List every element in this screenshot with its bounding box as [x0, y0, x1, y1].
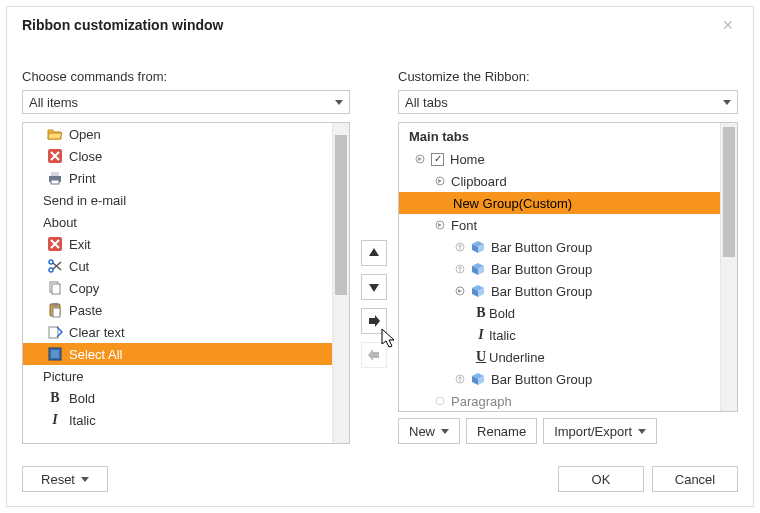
chevron-down-icon [441, 429, 449, 434]
arrow-buttons-panel [350, 45, 398, 444]
list-item[interactable]: IItalic [23, 409, 332, 431]
tree-node-bbg[interactable]: Bar Button Group [399, 280, 720, 302]
expander-icon[interactable] [433, 174, 447, 188]
clear-icon [47, 324, 63, 340]
paste-icon [47, 302, 63, 318]
close-red-icon [47, 236, 63, 252]
list-item[interactable]: BBold [23, 387, 332, 409]
ribbon-dropdown[interactable]: All tabs [398, 90, 738, 114]
ribbon-tree[interactable]: Main tabs Home Clipboard New Group(Custo… [398, 122, 738, 412]
tree-node-font[interactable]: Font [399, 214, 720, 236]
list-item[interactable]: Cut [23, 255, 332, 277]
list-item-label: Open [69, 127, 101, 142]
copy-icon [47, 280, 63, 296]
italic-icon: I [473, 327, 489, 343]
tree-node-bbg[interactable]: Bar Button Group [399, 258, 720, 280]
commands-listbox[interactable]: OpenClosePrintSend in e-mailAboutExitCut… [22, 122, 350, 444]
tree-label: Font [451, 218, 477, 233]
list-item-label: Italic [69, 413, 96, 428]
tree-label: Underline [489, 350, 545, 365]
list-group-header[interactable]: Send in e-mail [23, 189, 332, 211]
commands-dropdown[interactable]: All items [22, 90, 350, 114]
svg-rect-3 [51, 180, 59, 184]
scissors-icon [47, 258, 63, 274]
commands-dropdown-value: All items [29, 95, 78, 110]
commands-label: Choose commands from: [22, 69, 350, 84]
chevron-down-icon [723, 100, 731, 105]
import-export-button[interactable]: Import/Export [543, 418, 657, 444]
move-up-button[interactable] [361, 240, 387, 266]
expander-icon[interactable] [453, 240, 467, 254]
cube-icon [471, 262, 485, 276]
expander-icon[interactable] [433, 394, 447, 408]
list-item[interactable]: Open [23, 123, 332, 145]
checkbox[interactable] [431, 153, 444, 166]
tree-label: Paragraph [451, 394, 512, 409]
new-button[interactable]: New [398, 418, 460, 444]
scroll-thumb[interactable] [335, 135, 347, 295]
scrollbar[interactable] [332, 123, 349, 443]
tree-label: New Group(Custom) [453, 196, 572, 211]
dialog-title: Ribbon customization window [22, 17, 223, 33]
svg-rect-14 [51, 350, 59, 358]
svg-rect-10 [52, 303, 58, 306]
list-group-header[interactable]: About [23, 211, 332, 233]
expander-icon[interactable] [453, 262, 467, 276]
list-item-label: Close [69, 149, 102, 164]
close-red-icon [47, 148, 63, 164]
remove-button[interactable] [361, 342, 387, 368]
ribbon-label: Customize the Ribbon: [398, 69, 738, 84]
ribbon-customization-dialog: Ribbon customization window ✕ Choose com… [6, 6, 754, 507]
list-item-label: Cut [69, 259, 89, 274]
tree-node-underline[interactable]: U Underline [399, 346, 720, 368]
rename-button[interactable]: Rename [466, 418, 537, 444]
tree-node-bold[interactable]: B Bold [399, 302, 720, 324]
reset-button[interactable]: Reset [22, 466, 108, 492]
list-item-label: About [43, 215, 77, 230]
ribbon-dropdown-value: All tabs [405, 95, 448, 110]
list-item[interactable]: Print [23, 167, 332, 189]
list-item[interactable]: Copy [23, 277, 332, 299]
select-all-icon [47, 346, 63, 362]
tree-node-home[interactable]: Home [399, 148, 720, 170]
tree-node-clipboard[interactable]: Clipboard [399, 170, 720, 192]
add-button[interactable] [361, 308, 387, 334]
tree-node-bbg[interactable]: Bar Button Group [399, 368, 720, 390]
list-group-header[interactable]: Picture [23, 365, 332, 387]
tree-label: Bar Button Group [491, 262, 592, 277]
tree-node-paragraph[interactable]: Paragraph [399, 390, 720, 411]
scroll-thumb[interactable] [723, 127, 735, 257]
list-item-label: Exit [69, 237, 91, 252]
tree-label: Clipboard [451, 174, 507, 189]
list-item[interactable]: Exit [23, 233, 332, 255]
svg-rect-11 [53, 308, 60, 317]
list-item[interactable]: Select All [23, 343, 332, 365]
tree-label: Bold [489, 306, 515, 321]
expander-icon[interactable] [433, 218, 447, 232]
title-bar: Ribbon customization window ✕ [7, 7, 753, 45]
scrollbar[interactable] [720, 123, 737, 411]
svg-rect-2 [51, 172, 59, 176]
bold-icon: B [47, 390, 63, 406]
cube-icon [471, 240, 485, 254]
list-item[interactable]: Close [23, 145, 332, 167]
tree-node-new-group[interactable]: New Group(Custom) [399, 192, 720, 214]
tree-node-bbg[interactable]: Bar Button Group [399, 236, 720, 258]
chevron-down-icon [638, 429, 646, 434]
expander-icon[interactable] [453, 284, 467, 298]
list-item[interactable]: Paste [23, 299, 332, 321]
close-icon[interactable]: ✕ [718, 17, 738, 33]
cube-icon [471, 372, 485, 386]
dialog-content: Choose commands from: All items OpenClos… [7, 45, 753, 450]
svg-point-5 [49, 268, 53, 272]
ok-button[interactable]: OK [558, 466, 644, 492]
dialog-footer: Reset OK Cancel [7, 450, 753, 506]
underline-icon: U [473, 349, 489, 365]
list-item-label: Picture [43, 369, 83, 384]
tree-node-italic[interactable]: I Italic [399, 324, 720, 346]
expander-icon[interactable] [413, 152, 427, 166]
expander-icon[interactable] [453, 372, 467, 386]
list-item[interactable]: Clear text [23, 321, 332, 343]
move-down-button[interactable] [361, 274, 387, 300]
cancel-button[interactable]: Cancel [652, 466, 738, 492]
